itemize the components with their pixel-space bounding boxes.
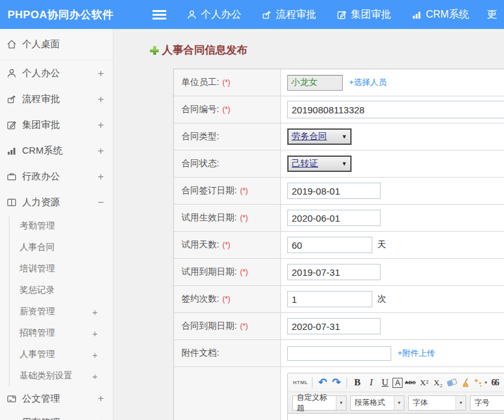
clean-format-button[interactable] [459,376,472,390]
nav-crm-system[interactable]: CRM系统 [411,8,469,21]
select-person-link[interactable]: +选择人员 [349,77,387,88]
sidebar-item-admin-office[interactable]: 行政办公 + [0,164,113,190]
submenu-recruiting[interactable]: 招聘管理+ [9,322,113,344]
expand-plus-icon[interactable]: + [92,349,98,360]
required-mark: (*) [222,241,231,249]
html-source-button[interactable]: HTML [293,376,308,390]
edit-icon [336,9,347,20]
book-icon [6,197,17,208]
nav-personal-office[interactable]: 个人办公 [186,8,241,21]
expand-plus-icon[interactable]: + [98,171,104,183]
submenu-attendance[interactable]: 考勤管理 [9,215,113,237]
attachment-upload-link[interactable]: +附件上传 [398,348,435,359]
field-label: 合同到期日期: [181,321,237,332]
trial-start-date-input[interactable] [287,210,381,226]
expand-plus-icon[interactable]: + [98,392,104,405]
form-row-editor: HTML ↶ ↷ B I U A ABC X² X₂ [174,367,504,420]
expand-plus-icon[interactable]: + [98,119,104,132]
document-icon [6,394,17,404]
subscript-button[interactable]: X₂ [432,376,444,390]
editor-content-area[interactable] [287,414,504,420]
dropdown-arrow-icon: ▾ [394,396,404,410]
menu-icon[interactable] [152,10,166,20]
green-plus-icon [150,46,159,55]
page-title-text: 人事合同信息发布 [162,43,248,57]
collapse-minus-icon[interactable]: − [98,196,104,209]
sidebar-item-group-approval[interactable]: 集团审批 + [0,112,113,138]
expand-plus-icon[interactable]: + [98,93,104,106]
contract-status-select[interactable]: 己转证 ▼ [287,156,352,172]
car-icon [6,417,17,420]
submenu-rewards[interactable]: 奖惩记录 [9,280,113,301]
sidebar-item-hr[interactable]: 人力资源 − [0,190,113,215]
sidebar-item-vehicle[interactable]: 用车管理 + [0,411,113,420]
required-mark: (*) [240,213,248,222]
undo-button[interactable]: ↶ [316,376,329,390]
paragraph-format-select[interactable]: 段落格式▾ [350,395,404,411]
edit-icon [6,120,17,130]
broom-icon [461,378,471,388]
submenu-salary[interactable]: 薪资管理+ [9,301,113,322]
expand-plus-icon[interactable]: + [92,307,98,317]
submenu-training[interactable]: 培训管理 [9,258,113,280]
field-label: 试用到期日期: [181,266,237,278]
expand-plus-icon[interactable]: + [98,416,104,420]
expand-plus-icon[interactable]: + [98,67,104,80]
italic-button[interactable]: I [365,376,377,390]
submenu-personnel[interactable]: 人事管理+ [9,344,113,365]
font-color-button[interactable]: A [392,378,403,388]
sidebar-item-desktop[interactable]: 个人桌面 [0,29,113,60]
eraser-button[interactable] [445,376,458,390]
unit-suffix: 天 [377,239,386,251]
dropdown-arrow-icon: ▾ [455,396,466,410]
custom-title-select[interactable]: 自定义标题▾ [292,395,346,411]
expand-plus-icon[interactable]: + [92,371,98,382]
select-arrow-icon: ▼ [341,161,347,167]
field-label: 合同编号: [181,104,219,115]
expand-plus-icon[interactable]: + [98,145,104,157]
sign-date-input[interactable] [287,183,381,199]
nav-more[interactable]: 更 [486,8,496,21]
form-row-trial-start-date: 试用生效日期:(*) [174,205,504,232]
field-label: 合同类型: [181,131,219,142]
sidebar: 个人桌面 个人办公 + 流程审批 + 集团审批 + CRM系统 + 行政办公 +… [0,29,113,420]
unit-suffix: 次 [377,293,386,305]
sidebar-item-crm[interactable]: CRM系统 + [0,138,113,164]
sidebar-item-documents[interactable]: 公文管理 + [0,387,113,411]
expand-plus-icon[interactable]: + [92,328,98,339]
top-header: PHPOA协同办公软件 个人办公 流程审批 集团审批 CRM系统 更 [0,0,504,29]
form-row-contract-status: 合同状态: 己转证 ▼ [174,150,504,178]
submenu-hr-contract[interactable]: 人事合同 [9,237,113,258]
bold-button[interactable]: B [351,376,364,390]
trial-end-date-input[interactable] [287,264,381,280]
sparkle-button[interactable]: ▾ [473,376,487,390]
nav-group-approval[interactable]: 集团审批 [336,8,391,21]
user-icon [6,68,17,79]
nav-workflow-approval[interactable]: 流程审批 [261,8,316,21]
sidebar-item-workflow-approval[interactable]: 流程审批 + [0,86,113,112]
trial-days-input[interactable] [287,237,372,253]
sign-count-input[interactable] [287,291,372,307]
sidebar-item-personal-office[interactable]: 个人办公 + [0,60,113,86]
eraser-icon [447,378,457,387]
nav-label: CRM系统 [426,8,469,21]
font-size-select[interactable]: 字号▾ [470,395,504,411]
field-label: 合同签订日期: [181,185,237,196]
contract-end-date-input[interactable] [287,318,381,334]
strikethrough-button[interactable]: ABC [404,376,416,390]
contract-form: 单位员工:(*) +选择人员 合同编号:(*) 合同类型: 劳务合同 ▼ 合同状… [173,69,504,420]
employee-input[interactable] [287,75,343,91]
toolbar-divider [346,377,347,388]
contract-number-input[interactable] [287,101,504,118]
blockquote-button[interactable]: 66 [488,376,501,390]
submenu-base-category[interactable]: 基础类别设置+ [9,365,113,387]
required-mark: (*) [222,105,231,114]
dropdown-arrow-icon: ▾ [336,396,346,410]
contract-type-select[interactable]: 劳务合同 ▼ [287,128,352,145]
redo-button[interactable]: ↷ [330,376,343,390]
superscript-button[interactable]: X² [418,376,430,390]
rich-text-editor: HTML ↶ ↷ B I U A ABC X² X₂ [287,373,504,420]
attachment-input[interactable] [287,346,391,361]
underline-button[interactable]: U [379,376,391,390]
font-family-select[interactable]: 字体▾ [408,395,466,411]
